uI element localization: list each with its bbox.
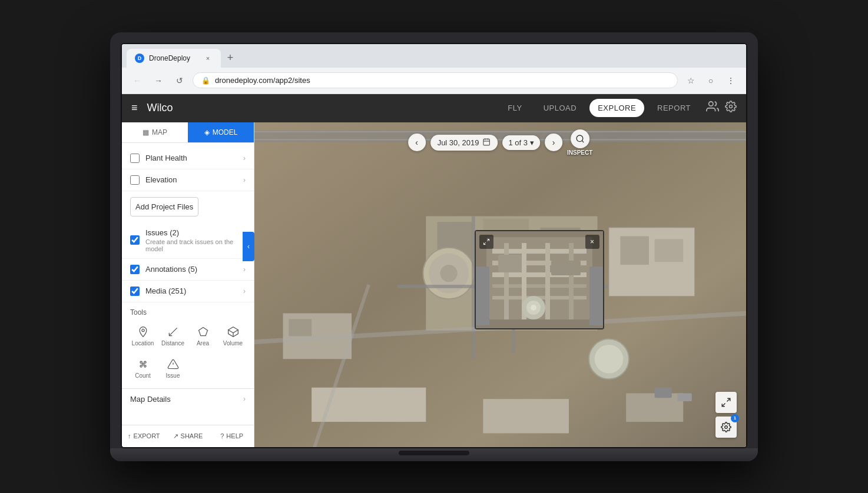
tool-location[interactable]: Location	[130, 322, 155, 350]
sidebar-item-annotations[interactable]: Annotations (5) ›	[122, 259, 254, 281]
svg-point-1	[730, 105, 733, 108]
help-icon: ?	[220, 432, 224, 439]
media-label: Media (251)	[145, 287, 243, 295]
inspect-icon	[571, 129, 589, 148]
issues-checkbox[interactable]	[130, 235, 140, 245]
svg-rect-63	[551, 261, 581, 275]
sidebar-content: Plant Health › Elevation › Add Project F…	[122, 143, 254, 425]
media-checkbox[interactable]	[130, 287, 140, 296]
sidebar-item-issues[interactable]: Issues (2) Create and track issues on th…	[122, 222, 254, 259]
reload-button[interactable]: ↺	[171, 72, 188, 89]
svg-point-9	[140, 361, 142, 363]
sidebar-item-elevation[interactable]: Elevation ›	[122, 169, 254, 191]
svg-line-50	[483, 242, 486, 245]
plant-health-checkbox[interactable]	[130, 154, 140, 163]
tool-area-label: Area	[197, 340, 209, 347]
svg-rect-34	[620, 236, 649, 265]
profile-icon[interactable]: ○	[703, 72, 719, 89]
share-button[interactable]: ↗ SHARE	[166, 430, 210, 442]
tool-count[interactable]: Count	[130, 355, 155, 382]
page-selector[interactable]: 1 of 3 ▾	[502, 135, 540, 150]
nav-upload[interactable]: UPLOAD	[535, 99, 585, 117]
tool-volume[interactable]: Volume	[220, 322, 246, 350]
issues-label: Issues (2)	[145, 228, 243, 237]
hamburger-menu[interactable]: ≡	[131, 102, 138, 114]
inspect-button[interactable]: INSPECT	[567, 129, 592, 156]
tab-map[interactable]: ▦ MAP	[122, 122, 188, 142]
tab-close-icon[interactable]: ×	[203, 54, 213, 63]
tool-area[interactable]: Area	[190, 322, 216, 350]
date-pill[interactable]: Jul 30, 2019	[430, 135, 498, 151]
nav-fly[interactable]: FLY	[499, 99, 530, 117]
export-button[interactable]: ↑ EXPORT	[122, 430, 166, 442]
map-area[interactable]: ‹ Jul 30, 2019	[254, 122, 746, 447]
bookmark-icon[interactable]: ☆	[683, 72, 699, 89]
settings-button[interactable]	[725, 101, 737, 115]
app-brand: Wilco	[147, 102, 500, 114]
map-details-label: Map Details	[130, 395, 243, 404]
date-next-button[interactable]: ›	[545, 134, 562, 151]
popup-close-button[interactable]: ×	[585, 235, 599, 249]
tab-model[interactable]: ◈ MODEL	[188, 122, 254, 142]
map-settings-button[interactable]: 1	[715, 417, 737, 438]
model-tab-label: MODEL	[213, 128, 238, 136]
svg-point-27	[440, 265, 458, 282]
svg-rect-37	[289, 319, 312, 336]
help-button[interactable]: ? HELP	[210, 430, 254, 442]
map-tab-label: MAP	[152, 128, 167, 136]
svg-line-70	[722, 403, 725, 406]
svg-line-69	[727, 398, 730, 401]
media-chevron: ›	[243, 287, 246, 295]
annotations-checkbox[interactable]	[130, 265, 140, 274]
plant-health-label: Plant Health	[145, 154, 243, 162]
popup-toolbar: ×	[479, 235, 599, 249]
annotations-label: Annotations (5)	[145, 265, 243, 274]
active-tab[interactable]: D DroneDeploy ×	[127, 49, 221, 68]
svg-point-13	[142, 363, 144, 365]
tool-distance[interactable]: Distance	[160, 322, 185, 350]
svg-point-11	[140, 365, 142, 367]
svg-rect-35	[655, 239, 684, 262]
laptop-frame: D DroneDeploy × + ← → ↺ 🔒 dronedeploy.co…	[110, 32, 758, 461]
tool-issue[interactable]: Issue	[160, 355, 185, 382]
map-popup: ×	[475, 230, 604, 329]
svg-rect-68	[589, 267, 603, 325]
svg-rect-60	[545, 243, 550, 319]
app-topnav: ≡ Wilco FLY UPLOAD EXPLORE REPORT	[122, 94, 746, 122]
fullscreen-button[interactable]	[715, 392, 737, 413]
tools-section: Tools Location	[122, 302, 254, 388]
svg-marker-7	[228, 327, 238, 332]
map-toolbar: ‹ Jul 30, 2019	[408, 129, 593, 156]
export-icon: ↑	[128, 432, 131, 439]
svg-point-2	[141, 329, 144, 331]
forward-button[interactable]: →	[150, 72, 167, 89]
browser-chrome: D DroneDeploy × + ← → ↺ 🔒 dronedeploy.co…	[122, 44, 746, 94]
popup-expand-button[interactable]	[479, 235, 493, 249]
address-bar[interactable]: 🔒 dronedeploy.com/app2/sites	[193, 72, 678, 88]
elevation-checkbox[interactable]	[130, 175, 140, 185]
svg-point-29	[595, 344, 624, 373]
sidebar-item-map-details[interactable]: Map Details ›	[122, 388, 254, 409]
elevation-chevron: ›	[243, 176, 246, 184]
sidebar-collapse-button[interactable]: ‹	[243, 232, 254, 261]
sidebar-item-plant-health[interactable]: Plant Health ›	[122, 148, 254, 169]
new-tab-button[interactable]: +	[222, 50, 238, 66]
svg-line-48	[582, 141, 584, 142]
date-prev-button[interactable]: ‹	[408, 134, 426, 151]
laptop-screen: D DroneDeploy × + ← → ↺ 🔒 dronedeploy.co…	[121, 43, 747, 448]
map-actions: 1	[715, 392, 737, 438]
tab-label: DroneDeploy	[149, 54, 198, 62]
tool-count-label: Count	[135, 372, 151, 379]
nav-report[interactable]: REPORT	[649, 99, 699, 117]
share-icon: ↗	[173, 432, 178, 440]
issues-sublabel: Create and track issues on the model	[145, 238, 243, 252]
back-button[interactable]: ←	[129, 72, 145, 89]
add-users-button[interactable]	[706, 100, 719, 116]
lock-icon: 🔒	[201, 76, 210, 85]
add-project-files-button[interactable]: Add Project Files	[130, 197, 198, 216]
browser-menu-icon[interactable]: ⋮	[723, 72, 739, 89]
svg-point-0	[709, 102, 713, 106]
sidebar-item-media[interactable]: Media (251) ›	[122, 281, 254, 302]
tool-issue-label: Issue	[166, 372, 180, 379]
nav-explore[interactable]: EXPLORE	[589, 99, 644, 117]
